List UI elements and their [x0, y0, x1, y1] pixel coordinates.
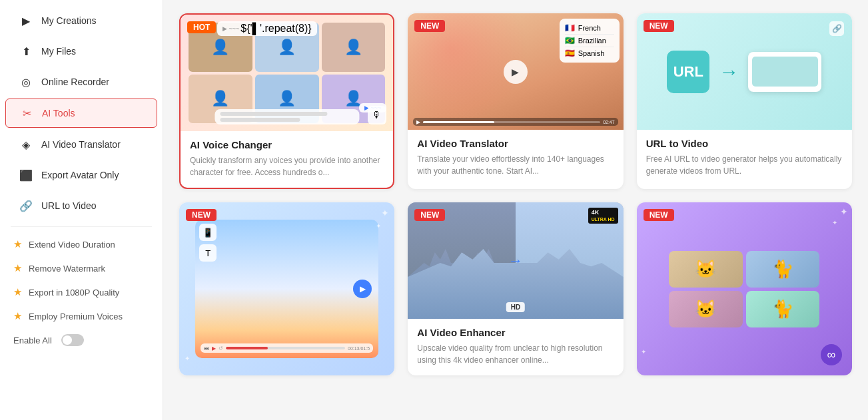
cat-box-1: 🐱 [669, 251, 743, 288]
premium-label-1080p: Export in 1080P Quality [29, 288, 119, 298]
badge-hot: HOT [187, 21, 216, 33]
enable-all-toggle[interactable] [61, 334, 84, 346]
sidebar: ▶ My Creations ⬆ My Files ◎ Online Recor… [0, 0, 163, 420]
crown-icon-voices: ★ [13, 310, 22, 322]
cat-box-2: 🐈 [746, 251, 820, 288]
infinity-icon: ∞ [821, 344, 842, 365]
img2v-icons: 📱 T [199, 224, 217, 262]
sidebar-item-label: Online Recorder [41, 77, 109, 87]
online-recorder-icon: ◎ [19, 75, 33, 89]
card-title-url: URL to Video [646, 138, 843, 149]
premium-label-voices: Employ Premium Voices [29, 312, 123, 321]
sidebar-premium-voices[interactable]: ★ Employ Premium Voices [0, 304, 163, 328]
card-thumb-combiner: NEW 🐱 🐈 🐱 🐈 ∞ ✦ ✦ ✦ [637, 202, 852, 375]
time-label: 02:47 [603, 120, 615, 124]
card-thumb-voice-changer: HOT 👤 👤 👤 👤 👤 👤 ▶ ~~~ ${'▌'.repeat(8)} ▶ [181, 15, 393, 131]
text-icon-box: T [199, 244, 217, 262]
progress-track [423, 121, 600, 123]
url-box: URL [667, 51, 709, 93]
card-desc-voice-changer: Quickly transform any voices you provide… [190, 154, 384, 178]
sidebar-premium-1080p[interactable]: ★ Export in 1080P Quality [0, 280, 163, 304]
card-ai-image-combiner[interactable]: NEW 🐱 🐈 🐱 🐈 ∞ ✦ ✦ ✦ AI Image Combiner Up… [637, 202, 852, 375]
sidebar-item-ai-tools[interactable]: ✂ AI Tools [5, 99, 157, 128]
sidebar-item-my-creations[interactable]: ▶ My Creations [5, 7, 157, 35]
french-label: French [578, 24, 601, 32]
url-to-video-icon: 🔗 [19, 198, 33, 213]
brazilian-flag: 🇧🇷 [565, 36, 575, 45]
enable-all-label: Enable All [13, 335, 52, 345]
url-screen-inner [752, 57, 818, 87]
card-body-enhancer: AI Video Enhancer Upscale video quality … [408, 319, 623, 375]
card-ai-voice-changer[interactable]: HOT 👤 👤 👤 👤 👤 👤 ▶ ~~~ ${'▌'.repeat(8)} ▶ [179, 13, 394, 189]
refresh-icon: ↺ [218, 345, 223, 351]
cat-box-4: 🐈 [746, 291, 820, 327]
sidebar-item-online-recorder[interactable]: ◎ Online Recorder [5, 68, 157, 96]
img2v-landscape [195, 220, 378, 358]
card-desc-url: Free AI URL to video generator helps you… [646, 153, 843, 177]
card-thumb-url: NEW URL → 🔗 [637, 13, 852, 130]
sidebar-premium-extend[interactable]: ★ Extend Video Duration [0, 232, 163, 256]
cards-grid: HOT 👤 👤 👤 👤 👤 👤 ▶ ~~~ ${'▌'.repeat(8)} ▶ [179, 13, 852, 375]
french-flag: 🇫🇷 [565, 23, 575, 33]
premium-label-watermark: Remove Watermark [29, 264, 105, 274]
arrow-icon: → [719, 61, 739, 83]
play-button[interactable]: ▶ [504, 60, 528, 84]
sidebar-item-label: AI Tools [42, 108, 75, 118]
card-title-voice-changer: AI Voice Changer [190, 139, 384, 150]
play-icon-small: ▶ [416, 119, 420, 125]
my-files-icon: ⬆ [19, 44, 33, 59]
sidebar-item-label: URL to Video [41, 200, 97, 211]
4k-badge: 4KULTRA HD [588, 208, 618, 224]
badge-new-img2v: NEW [186, 209, 217, 221]
card-ai-video-translator[interactable]: NEW ▶ 🇫🇷 French 🇧🇷 [408, 13, 623, 189]
sidebar-item-label: AI Video Translator [41, 139, 121, 150]
img2v-inner: 📱 T ▶ ⏮ ▶ ↺ 00:13/01:5 [195, 220, 378, 358]
badge-new-translator: NEW [414, 20, 445, 32]
main-content: HOT 👤 👤 👤 👤 👤 👤 ▶ ~~~ ${'▌'.repeat(8)} ▶ [163, 0, 868, 420]
sparkle-comb-1: ✦ [840, 206, 848, 217]
img2v-play[interactable]: ▶ [353, 280, 372, 298]
play-icon-progress: ▶ [212, 345, 216, 351]
sidebar-item-label: Export Avatar Only [41, 170, 119, 180]
badge-new-enhancer: NEW [414, 209, 445, 221]
url-screen [748, 52, 821, 92]
enhancer-after: 4KULTRA HD [516, 202, 624, 319]
crown-icon-1080p: ★ [13, 286, 22, 298]
sparkle-comb-2: ✦ [832, 219, 837, 226]
card-body-url: URL to Video Free AI URL to video genera… [637, 130, 852, 186]
sidebar-item-my-files[interactable]: ⬆ My Files [5, 37, 157, 65]
sidebar-item-label: My Files [41, 46, 76, 57]
sparkle-2: ✦ [376, 222, 381, 230]
ai-tools-icon: ✂ [19, 106, 34, 120]
badge-new-url: NEW [644, 20, 674, 32]
cat-box-3: 🐱 [669, 291, 743, 327]
premium-label-extend: Extend Video Duration [29, 240, 115, 250]
time-display: 00:13/01:5 [348, 346, 370, 351]
lang-panel: 🇫🇷 French 🇧🇷 Brazilian 🇪🇸 Spanish [560, 19, 620, 63]
sidebar-item-ai-video-translator[interactable]: ◈ AI Video Translator [5, 130, 157, 158]
card-ai-image-to-video[interactable]: NEW 📱 T ▶ ⏮ ▶ ↺ 00:13/0 [179, 202, 394, 375]
url-row: URL → [667, 51, 821, 93]
progress-bar [226, 347, 345, 349]
card-title-translator: AI Video Translator [417, 138, 614, 149]
card-ai-video-enhancer[interactable]: NEW 4KULTRA HD → HD AI Video Enhancer [408, 202, 623, 375]
face-3: 👤 [322, 23, 386, 72]
card-body-voice-changer: AI Voice Changer Quickly transform any v… [181, 131, 393, 188]
lang-french: 🇫🇷 French [565, 22, 614, 35]
card-url-to-video[interactable]: NEW URL → 🔗 URL to Video Free AI URL to … [637, 13, 852, 189]
mic-icon: 🎙 [368, 106, 386, 124]
sidebar-premium-watermark[interactable]: ★ Remove Watermark [0, 256, 163, 280]
sidebar-item-export-avatar[interactable]: ⬛ Export Avatar Only [5, 161, 157, 189]
enhancer-arrow: → [508, 252, 523, 270]
card-title-enhancer: AI Video Enhancer [417, 327, 614, 338]
lang-brazilian: 🇧🇷 Brazilian [565, 35, 614, 47]
hd-badge: HD [506, 302, 525, 312]
progress-fill [226, 347, 268, 349]
img2v-progress: ⏮ ▶ ↺ 00:13/01:5 [201, 343, 373, 353]
sidebar-item-url-to-video[interactable]: 🔗 URL to Video [5, 192, 157, 220]
sidebar-divider [11, 226, 152, 227]
text-overlay [215, 109, 359, 124]
phone-icon-box: 📱 [199, 224, 217, 241]
brazilian-label: Brazilian [578, 37, 606, 45]
crown-icon-watermark: ★ [13, 262, 22, 274]
